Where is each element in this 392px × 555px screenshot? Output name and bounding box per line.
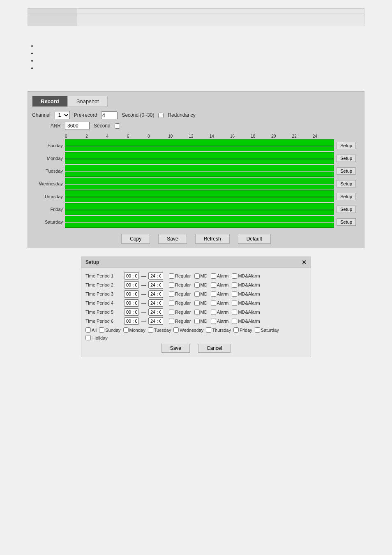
cb-label-alarm-2[interactable]: Alarm [211, 282, 229, 288]
cb-md-3[interactable] [194, 291, 200, 297]
cb-mdandalarm-1[interactable] [232, 273, 237, 279]
cb-alarm-6[interactable] [211, 319, 216, 324]
cb-label-md-1[interactable]: MD [194, 273, 208, 279]
schedule-bar-bottom-tuesday[interactable] [65, 172, 334, 177]
day-cb-label-monday[interactable]: Monday [123, 327, 145, 333]
schedule-bar-top-friday[interactable] [65, 203, 334, 210]
cb-label-md-5[interactable]: MD [194, 310, 208, 315]
setup-button-thursday[interactable]: Setup [337, 193, 356, 200]
setup-button-tuesday[interactable]: Setup [337, 167, 356, 175]
day-cb-sunday[interactable] [99, 327, 104, 333]
dialog-save-button[interactable]: Save [161, 344, 190, 353]
cb-label-alarm-5[interactable]: Alarm [211, 310, 229, 315]
schedule-bar-wrap-thursday[interactable] [65, 190, 334, 202]
schedule-bar-wrap-tuesday[interactable] [65, 165, 334, 177]
anr-second-checkbox[interactable] [115, 123, 120, 129]
schedule-bar-bottom-saturday[interactable] [65, 223, 334, 228]
holiday-checkbox[interactable] [85, 335, 91, 340]
time-period-end-3[interactable] [148, 290, 163, 298]
cb-label-regular-2[interactable]: Regular [169, 282, 191, 288]
cb-md-2[interactable] [194, 282, 200, 288]
day-cb-label-all[interactable]: All [85, 327, 97, 333]
day-cb-label-wednesday[interactable]: Wednesday [173, 327, 203, 333]
cb-mdandalarm-4[interactable] [232, 301, 237, 306]
cb-label-md-3[interactable]: MD [194, 291, 208, 297]
time-period-start-1[interactable] [124, 272, 139, 280]
anr-input[interactable] [65, 122, 90, 130]
cb-mdandalarm-5[interactable] [232, 310, 237, 315]
schedule-bar-wrap-saturday[interactable] [65, 216, 334, 228]
cb-label-md-2[interactable]: MD [194, 282, 208, 288]
cb-label-md-6[interactable]: MD [194, 319, 208, 324]
cb-label-alarm-4[interactable]: Alarm [211, 301, 229, 306]
schedule-bar-wrap-friday[interactable] [65, 203, 334, 215]
cb-regular-3[interactable] [169, 291, 174, 297]
day-cb-label-friday[interactable]: Friday [233, 327, 252, 333]
default-button[interactable]: Default [238, 234, 271, 244]
day-cb-wednesday[interactable] [173, 327, 179, 333]
day-cb-label-sunday[interactable]: Sunday [99, 327, 120, 333]
cb-label-alarm-3[interactable]: Alarm [211, 291, 229, 297]
cb-mdandalarm-2[interactable] [232, 282, 237, 288]
cb-regular-6[interactable] [169, 319, 174, 324]
setup-button-saturday[interactable]: Setup [337, 218, 356, 226]
tab-snapshot[interactable]: Snapshot [68, 96, 108, 107]
day-cb-thursday[interactable] [206, 327, 211, 333]
cb-alarm-5[interactable] [211, 310, 216, 315]
time-period-end-2[interactable] [148, 281, 163, 289]
schedule-bar-wrap-sunday[interactable] [65, 139, 334, 151]
cb-alarm-4[interactable] [211, 301, 216, 306]
cb-label-mdandalarm-3[interactable]: MD&Alarm [232, 291, 260, 297]
cb-md-1[interactable] [194, 273, 200, 279]
time-period-start-4[interactable] [124, 299, 139, 307]
cb-alarm-3[interactable] [211, 291, 216, 297]
time-period-end-5[interactable] [148, 308, 163, 316]
time-period-end-1[interactable] [148, 272, 163, 280]
refresh-button[interactable]: Refresh [195, 234, 230, 244]
cb-label-mdandalarm-1[interactable]: MD&Alarm [232, 273, 260, 279]
close-icon[interactable]: ✕ [302, 259, 307, 266]
schedule-bar-top-monday[interactable] [65, 152, 334, 159]
schedule-bar-bottom-wednesday[interactable] [65, 185, 334, 190]
pre-record-input[interactable] [101, 111, 118, 119]
setup-button-monday[interactable]: Setup [337, 155, 356, 162]
cb-label-regular-6[interactable]: Regular [169, 319, 191, 324]
day-cb-friday[interactable] [233, 327, 239, 333]
save-button[interactable]: Save [158, 234, 187, 244]
cb-mdandalarm-6[interactable] [232, 319, 237, 324]
dialog-cancel-button[interactable]: Cancel [198, 344, 231, 353]
setup-button-friday[interactable]: Setup [337, 206, 356, 213]
setup-button-sunday[interactable]: Setup [337, 142, 356, 149]
schedule-bar-bottom-friday[interactable] [65, 210, 334, 215]
cb-regular-1[interactable] [169, 273, 174, 279]
cb-alarm-1[interactable] [211, 273, 216, 279]
schedule-bar-top-wednesday[interactable] [65, 178, 334, 184]
cb-label-mdandalarm-5[interactable]: MD&Alarm [232, 310, 260, 315]
time-period-start-2[interactable] [124, 281, 139, 289]
setup-button-wednesday[interactable]: Setup [337, 180, 356, 187]
day-cb-all[interactable] [85, 327, 91, 333]
day-cb-label-saturday[interactable]: Saturday [255, 327, 279, 333]
cb-regular-2[interactable] [169, 282, 174, 288]
day-cb-tuesday[interactable] [148, 327, 153, 333]
day-cb-saturday[interactable] [255, 327, 260, 333]
schedule-bar-top-sunday[interactable] [65, 139, 334, 146]
cb-md-5[interactable] [194, 310, 200, 315]
schedule-bar-bottom-thursday[interactable] [65, 197, 334, 202]
time-period-start-6[interactable] [124, 317, 139, 325]
cb-alarm-2[interactable] [211, 282, 216, 288]
schedule-bar-bottom-monday[interactable] [65, 159, 334, 164]
schedule-bar-top-thursday[interactable] [65, 190, 334, 197]
schedule-bar-top-saturday[interactable] [65, 216, 334, 222]
cb-label-alarm-6[interactable]: Alarm [211, 319, 229, 324]
schedule-bar-bottom-sunday[interactable] [65, 146, 334, 151]
day-cb-label-tuesday[interactable]: Tuesday [148, 327, 171, 333]
schedule-bar-top-tuesday[interactable] [65, 165, 334, 171]
cb-md-4[interactable] [194, 301, 200, 306]
cb-label-mdandalarm-6[interactable]: MD&Alarm [232, 319, 260, 324]
time-period-end-4[interactable] [148, 299, 163, 307]
tab-record[interactable]: Record [32, 96, 68, 107]
cb-md-6[interactable] [194, 319, 200, 324]
time-period-end-6[interactable] [148, 317, 163, 325]
time-period-start-3[interactable] [124, 290, 139, 298]
